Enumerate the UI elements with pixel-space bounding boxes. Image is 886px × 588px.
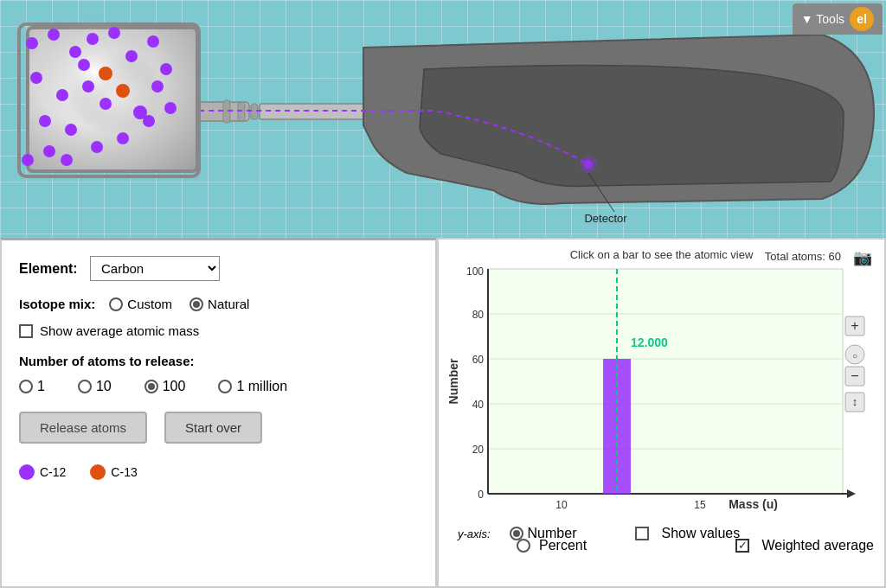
- element-select[interactable]: Carbon: [90, 256, 220, 281]
- isotope-custom-radio[interactable]: [109, 297, 123, 311]
- show-avg-mass-checkbox[interactable]: [19, 324, 33, 338]
- isotope-natural-label: Natural: [208, 297, 249, 311]
- chart-total: Total atoms: 60: [765, 250, 841, 263]
- atoms-10-label: 10: [96, 379, 112, 394]
- atoms-to-release-label: Number of atoms to release:: [19, 354, 418, 368]
- atoms-million-label: 1 million: [236, 379, 287, 394]
- atoms-10-option[interactable]: 10: [78, 379, 112, 394]
- isotope-label: Isotope mix:: [19, 297, 95, 311]
- svg-text:0: 0: [478, 489, 484, 501]
- chart-container: 0 20 40 60 80 100 Number 10 15 Mass (u) …: [449, 265, 874, 519]
- legend-c13-label: C-13: [111, 465, 137, 479]
- legend-c12-label: C-12: [40, 465, 66, 479]
- atoms-100-radio[interactable]: [144, 380, 158, 393]
- atoms-10-radio[interactable]: [78, 380, 92, 393]
- legend-row: C-12 C-13: [19, 464, 418, 480]
- svg-text:20: 20: [472, 444, 485, 456]
- svg-text:○: ○: [852, 351, 857, 361]
- isotope-natural-option[interactable]: Natural: [189, 297, 249, 311]
- show-values-checkbox[interactable]: [635, 527, 649, 540]
- svg-rect-2: [223, 100, 230, 123]
- svg-point-0: [55, 47, 177, 150]
- svg-rect-5: [260, 104, 363, 119]
- yaxis-label: y-axis:: [458, 527, 491, 540]
- tools-button[interactable]: ▼ Tools el: [793, 3, 883, 35]
- svg-rect-3: [238, 102, 245, 121]
- chart-panel: Click on a bar to see the atomic view To…: [437, 238, 886, 588]
- element-label: Element:: [19, 261, 80, 277]
- svg-text:100: 100: [466, 265, 484, 278]
- svg-point-6: [584, 160, 593, 169]
- legend-c12: C-12: [19, 464, 66, 480]
- svg-rect-1: [197, 102, 249, 121]
- button-row: Release atoms Start over: [19, 412, 418, 444]
- svg-marker-44: [847, 489, 856, 498]
- svg-text:−: −: [851, 368, 858, 383]
- atoms-options-row: 1 10 100 1 million: [19, 379, 418, 394]
- svg-text:60: 60: [472, 354, 485, 366]
- svg-text:15: 15: [694, 499, 706, 511]
- show-values-group: Show values: [635, 526, 740, 541]
- atoms-100-label: 100: [163, 379, 186, 394]
- show-avg-mass-label: Show average atomic mass: [40, 323, 199, 338]
- yaxis-percent-radio[interactable]: [517, 539, 530, 553]
- svg-point-7: [580, 156, 597, 173]
- svg-text:Mass (u): Mass (u): [729, 497, 778, 511]
- element-row: Element: Carbon: [19, 256, 418, 281]
- show-avg-mass-row: Show average atomic mass: [19, 323, 418, 338]
- isotope-natural-radio[interactable]: [189, 297, 203, 311]
- svg-text:80: 80: [472, 309, 485, 321]
- svg-text:40: 40: [472, 399, 485, 411]
- svg-text:↕: ↕: [852, 395, 858, 408]
- tools-icon: el: [850, 7, 874, 31]
- svg-rect-4: [251, 104, 258, 119]
- weighted-avg-label: Weighted average: [761, 538, 874, 553]
- isotope-custom-option[interactable]: Custom: [109, 297, 172, 311]
- svg-text:Number: Number: [449, 358, 460, 404]
- svg-rect-37: [488, 269, 843, 494]
- legend-c13-dot: [90, 464, 106, 480]
- atoms-million-option[interactable]: 1 million: [218, 379, 287, 394]
- chart-svg[interactable]: 0 20 40 60 80 100 Number 10 15 Mass (u) …: [449, 265, 873, 515]
- svg-text:10: 10: [555, 499, 568, 511]
- yaxis-percent-option[interactable]: Percent: [517, 538, 587, 553]
- legend-c12-dot: [19, 464, 35, 480]
- atoms-million-radio[interactable]: [218, 380, 232, 393]
- tools-label: ▼ Tools: [801, 12, 844, 26]
- atoms-100-option[interactable]: 100: [144, 379, 186, 394]
- control-panel: Element: Carbon Isotope mix: Custom Natu…: [0, 238, 437, 588]
- release-atoms-button[interactable]: Release atoms: [19, 412, 147, 444]
- show-values-label: Show values: [661, 526, 740, 541]
- atoms-1-label: 1: [37, 379, 45, 394]
- yaxis-controls: y-axis: Number Show values Percent ✓ Wei…: [449, 526, 874, 541]
- isotope-custom-label: Custom: [127, 297, 172, 311]
- atoms-svg: [29, 29, 202, 176]
- yaxis-percent-label: Percent: [539, 538, 587, 553]
- weighted-avg-group: ✓ Weighted average: [735, 538, 874, 553]
- atom-chamber: [26, 26, 199, 173]
- atoms-1-option[interactable]: 1: [19, 379, 45, 394]
- svg-text:12.000: 12.000: [631, 336, 668, 349]
- isotope-row: Isotope mix: Custom Natural: [19, 297, 418, 311]
- legend-c13: C-13: [90, 464, 137, 480]
- detector-label: Detector: [584, 212, 626, 225]
- start-over-button[interactable]: Start over: [164, 412, 262, 444]
- svg-line-8: [588, 173, 614, 212]
- weighted-avg-checkbox[interactable]: ✓: [735, 539, 749, 553]
- atoms-1-radio[interactable]: [19, 380, 33, 393]
- simulation-area: Detector: [0, 0, 886, 233]
- svg-text:+: +: [851, 318, 858, 333]
